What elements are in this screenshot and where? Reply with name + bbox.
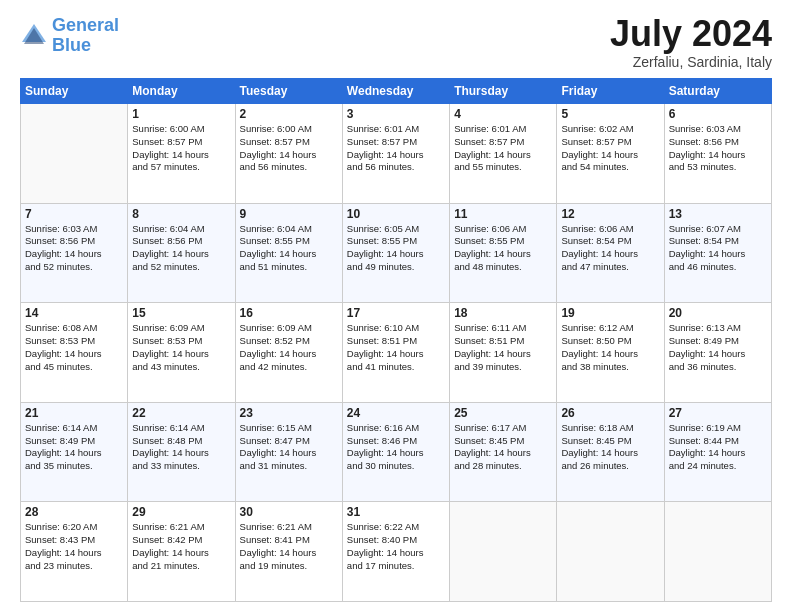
- daylight-hours-label: Daylight: 14 hours: [669, 348, 767, 361]
- sunset-time: Sunset: 8:43 PM: [25, 534, 123, 547]
- calendar-cell: 21Sunrise: 6:14 AMSunset: 8:49 PMDayligh…: [21, 402, 128, 502]
- sunset-time: Sunset: 8:42 PM: [132, 534, 230, 547]
- calendar-cell: 7Sunrise: 6:03 AMSunset: 8:56 PMDaylight…: [21, 203, 128, 303]
- day-number: 20: [669, 306, 767, 320]
- sunset-time: Sunset: 8:51 PM: [347, 335, 445, 348]
- sunset-time: Sunset: 8:55 PM: [454, 235, 552, 248]
- sunset-time: Sunset: 8:54 PM: [561, 235, 659, 248]
- sunrise-time: Sunrise: 6:17 AM: [454, 422, 552, 435]
- calendar-cell: 26Sunrise: 6:18 AMSunset: 8:45 PMDayligh…: [557, 402, 664, 502]
- sunset-time: Sunset: 8:40 PM: [347, 534, 445, 547]
- calendar-cell: 8Sunrise: 6:04 AMSunset: 8:56 PMDaylight…: [128, 203, 235, 303]
- calendar-cell: 4Sunrise: 6:01 AMSunset: 8:57 PMDaylight…: [450, 104, 557, 204]
- calendar-cell: [21, 104, 128, 204]
- calendar-table: SundayMondayTuesdayWednesdayThursdayFrid…: [20, 78, 772, 602]
- daylight-minutes: and 21 minutes.: [132, 560, 230, 573]
- sunset-time: Sunset: 8:57 PM: [347, 136, 445, 149]
- sunrise-time: Sunrise: 6:16 AM: [347, 422, 445, 435]
- calendar-cell: 15Sunrise: 6:09 AMSunset: 8:53 PMDayligh…: [128, 303, 235, 403]
- sunset-time: Sunset: 8:52 PM: [240, 335, 338, 348]
- daylight-minutes: and 45 minutes.: [25, 361, 123, 374]
- sunrise-time: Sunrise: 6:02 AM: [561, 123, 659, 136]
- sunrise-time: Sunrise: 6:09 AM: [240, 322, 338, 335]
- sunset-time: Sunset: 8:56 PM: [669, 136, 767, 149]
- title-block: July 2024 Zerfaliu, Sardinia, Italy: [610, 16, 772, 70]
- daylight-minutes: and 39 minutes.: [454, 361, 552, 374]
- daylight-hours-label: Daylight: 14 hours: [132, 447, 230, 460]
- sunrise-time: Sunrise: 6:04 AM: [132, 223, 230, 236]
- daylight-hours-label: Daylight: 14 hours: [561, 248, 659, 261]
- calendar-week-row: 21Sunrise: 6:14 AMSunset: 8:49 PMDayligh…: [21, 402, 772, 502]
- sunrise-time: Sunrise: 6:08 AM: [25, 322, 123, 335]
- daylight-minutes: and 33 minutes.: [132, 460, 230, 473]
- daylight-minutes: and 26 minutes.: [561, 460, 659, 473]
- daylight-hours-label: Daylight: 14 hours: [25, 547, 123, 560]
- sunset-time: Sunset: 8:57 PM: [240, 136, 338, 149]
- day-number: 24: [347, 406, 445, 420]
- daylight-hours-label: Daylight: 14 hours: [132, 547, 230, 560]
- calendar-cell: 18Sunrise: 6:11 AMSunset: 8:51 PMDayligh…: [450, 303, 557, 403]
- day-number: 15: [132, 306, 230, 320]
- sunset-time: Sunset: 8:49 PM: [669, 335, 767, 348]
- daylight-minutes: and 56 minutes.: [240, 161, 338, 174]
- calendar-week-row: 28Sunrise: 6:20 AMSunset: 8:43 PMDayligh…: [21, 502, 772, 602]
- daylight-hours-label: Daylight: 14 hours: [454, 149, 552, 162]
- day-number: 2: [240, 107, 338, 121]
- daylight-hours-label: Daylight: 14 hours: [454, 248, 552, 261]
- sunrise-time: Sunrise: 6:05 AM: [347, 223, 445, 236]
- sunrise-time: Sunrise: 6:14 AM: [25, 422, 123, 435]
- sunrise-time: Sunrise: 6:09 AM: [132, 322, 230, 335]
- calendar-cell: 10Sunrise: 6:05 AMSunset: 8:55 PMDayligh…: [342, 203, 449, 303]
- daylight-minutes: and 52 minutes.: [132, 261, 230, 274]
- daylight-hours-label: Daylight: 14 hours: [669, 447, 767, 460]
- sunset-time: Sunset: 8:44 PM: [669, 435, 767, 448]
- calendar-cell: 17Sunrise: 6:10 AMSunset: 8:51 PMDayligh…: [342, 303, 449, 403]
- logo-icon: [20, 22, 48, 50]
- sunrise-time: Sunrise: 6:20 AM: [25, 521, 123, 534]
- sunset-time: Sunset: 8:41 PM: [240, 534, 338, 547]
- sunset-time: Sunset: 8:50 PM: [561, 335, 659, 348]
- sunrise-time: Sunrise: 6:21 AM: [240, 521, 338, 534]
- day-number: 27: [669, 406, 767, 420]
- sunset-time: Sunset: 8:56 PM: [25, 235, 123, 248]
- daylight-hours-label: Daylight: 14 hours: [454, 447, 552, 460]
- daylight-minutes: and 28 minutes.: [454, 460, 552, 473]
- day-header-sunday: Sunday: [21, 79, 128, 104]
- day-header-thursday: Thursday: [450, 79, 557, 104]
- daylight-hours-label: Daylight: 14 hours: [132, 149, 230, 162]
- daylight-hours-label: Daylight: 14 hours: [25, 348, 123, 361]
- sunset-time: Sunset: 8:46 PM: [347, 435, 445, 448]
- sunset-time: Sunset: 8:57 PM: [454, 136, 552, 149]
- daylight-hours-label: Daylight: 14 hours: [25, 248, 123, 261]
- location: Zerfaliu, Sardinia, Italy: [610, 54, 772, 70]
- calendar-week-row: 14Sunrise: 6:08 AMSunset: 8:53 PMDayligh…: [21, 303, 772, 403]
- daylight-minutes: and 57 minutes.: [132, 161, 230, 174]
- sunrise-time: Sunrise: 6:19 AM: [669, 422, 767, 435]
- daylight-minutes: and 31 minutes.: [240, 460, 338, 473]
- daylight-minutes: and 46 minutes.: [669, 261, 767, 274]
- day-header-tuesday: Tuesday: [235, 79, 342, 104]
- sunrise-time: Sunrise: 6:22 AM: [347, 521, 445, 534]
- calendar-week-row: 1Sunrise: 6:00 AMSunset: 8:57 PMDaylight…: [21, 104, 772, 204]
- sunrise-time: Sunrise: 6:13 AM: [669, 322, 767, 335]
- daylight-hours-label: Daylight: 14 hours: [25, 447, 123, 460]
- daylight-hours-label: Daylight: 14 hours: [669, 149, 767, 162]
- calendar-cell: 2Sunrise: 6:00 AMSunset: 8:57 PMDaylight…: [235, 104, 342, 204]
- sunset-time: Sunset: 8:45 PM: [561, 435, 659, 448]
- sunset-time: Sunset: 8:55 PM: [240, 235, 338, 248]
- calendar-cell: [450, 502, 557, 602]
- daylight-hours-label: Daylight: 14 hours: [561, 149, 659, 162]
- daylight-minutes: and 47 minutes.: [561, 261, 659, 274]
- calendar-cell: 30Sunrise: 6:21 AMSunset: 8:41 PMDayligh…: [235, 502, 342, 602]
- sunset-time: Sunset: 8:57 PM: [561, 136, 659, 149]
- header: General Blue July 2024 Zerfaliu, Sardini…: [20, 16, 772, 70]
- sunset-time: Sunset: 8:47 PM: [240, 435, 338, 448]
- daylight-hours-label: Daylight: 14 hours: [240, 149, 338, 162]
- sunset-time: Sunset: 8:49 PM: [25, 435, 123, 448]
- calendar-cell: 27Sunrise: 6:19 AMSunset: 8:44 PMDayligh…: [664, 402, 771, 502]
- daylight-hours-label: Daylight: 14 hours: [240, 447, 338, 460]
- day-number: 16: [240, 306, 338, 320]
- day-header-friday: Friday: [557, 79, 664, 104]
- day-number: 19: [561, 306, 659, 320]
- sunrise-time: Sunrise: 6:18 AM: [561, 422, 659, 435]
